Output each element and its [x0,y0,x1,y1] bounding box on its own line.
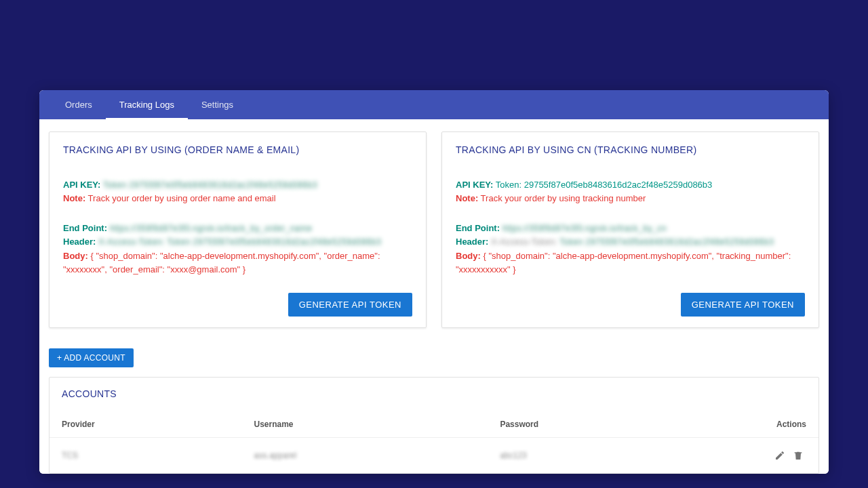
header-token-value: Token 29755f87e0f5eb8483616d2ac2f48e5259… [559,237,774,247]
tab-settings[interactable]: Settings [188,90,247,119]
header-label: Header: [456,237,488,247]
api-card-order-name-email: TRACKING API BY USING (ORDER NAME & EMAI… [49,131,427,328]
table-row: TCS aos.apparel abc123 [50,437,818,473]
request-block: End Point: https://359f9d87e3f0.ngrok.io… [456,222,805,277]
card-title: TRACKING API BY USING CN (TRACKING NUMBE… [456,144,805,155]
generate-api-token-button[interactable]: GENERATE API TOKEN [681,293,805,317]
tab-orders[interactable]: Orders [52,90,106,119]
col-username: Username [242,411,488,438]
app-window: Orders Tracking Logs Settings TRACKING A… [39,90,829,474]
endpoint-value: https://359f9d87e3f0.ngrok.io/track_by_o… [110,223,312,233]
api-cards-row: TRACKING API BY USING (ORDER NAME & EMAI… [49,131,819,328]
add-account-button[interactable]: + ADD ACCOUNT [49,348,134,367]
cell-username: aos.apparel [242,437,488,473]
body-label: Body: [456,251,481,261]
accounts-title: ACCOUNTS [50,388,818,411]
apikey-label: API KEY: [63,180,100,190]
body-label: Body: [63,251,88,261]
header-label: Header: [63,237,96,247]
apikey-block: API KEY: Token: 29755f87e0f5eb8483616d2a… [456,178,805,205]
col-actions: Actions [719,411,818,438]
apikey-value: Token: 29755f87e0f5eb8483616d2ac2f48e525… [496,180,713,190]
api-card-tracking-number: TRACKING API BY USING CN (TRACKING NUMBE… [441,131,819,328]
apikey-block: API KEY: Token 29755f87e0f5eb8483616d2ac… [63,178,412,205]
header-token-value: Token 29755f87e0f5eb8483616d2ac2f48e5259… [167,237,381,247]
endpoint-label: End Point: [456,223,500,233]
apikey-value: Token 29755f87e0f5eb8483616d2ac2f48e5259… [103,180,317,190]
card-title: TRACKING API BY USING (ORDER NAME & EMAI… [63,144,412,155]
note-label: Note: [456,193,478,203]
endpoint-label: End Point: [63,223,107,233]
delete-icon[interactable] [790,447,806,464]
body-area: TRACKING API BY USING (ORDER NAME & EMAI… [39,119,829,474]
tabbar: Orders Tracking Logs Settings [39,90,829,119]
generate-api-token-button[interactable]: GENERATE API TOKEN [288,293,412,317]
col-provider: Provider [50,411,242,438]
accounts-table: Provider Username Password Actions TCS a… [50,411,818,473]
request-block: End Point: https://359f9d87e3f0.ngrok.io… [63,222,412,277]
cell-password: abc123 [488,437,718,473]
body-text: { "shop_domain": "alche-app-development.… [456,251,791,274]
header-token-key: X-Access-Token: [98,237,165,247]
accounts-card: ACCOUNTS Provider Username Password Acti… [49,377,819,474]
note-text: Track your order by using tracking numbe… [481,193,646,203]
body-text: { "shop_domain": "alche-app-development.… [63,251,380,274]
header-token-key: X-Access-Token: [491,237,557,247]
col-password: Password [488,411,718,438]
note-text: Track your order by using order name and… [88,193,276,203]
apikey-label: API KEY: [456,180,493,190]
note-label: Note: [63,193,85,203]
endpoint-value: https://359f9d87e3f0.ngrok.io/track_by_c… [502,223,667,233]
cell-provider: TCS [50,437,242,473]
tab-tracking-logs[interactable]: Tracking Logs [106,90,188,119]
edit-icon[interactable] [772,447,788,464]
